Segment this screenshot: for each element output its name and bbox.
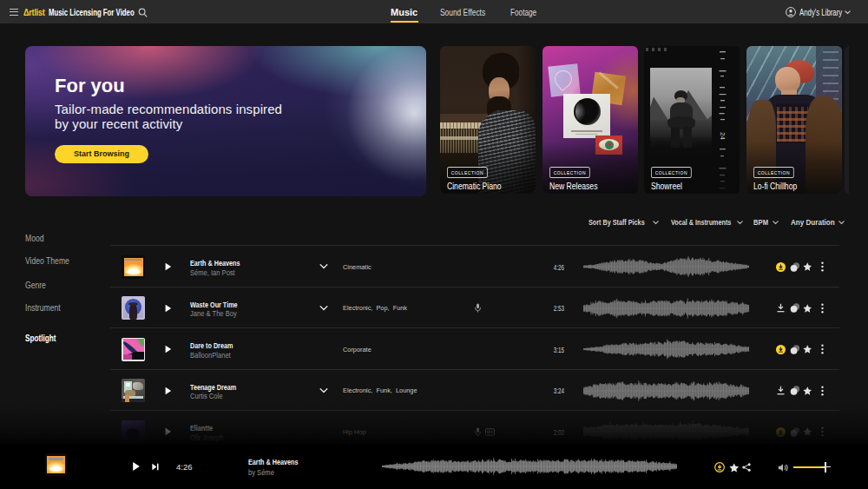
svg-text:24: 24 bbox=[719, 132, 727, 140]
